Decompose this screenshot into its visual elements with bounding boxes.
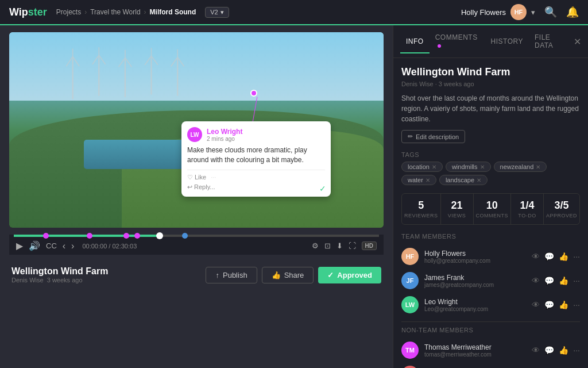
- close-button[interactable]: ✕: [574, 36, 581, 47]
- eye-icon[interactable]: 👁: [532, 252, 540, 261]
- member-holly: HF Holly Flowers holly@greatcompany.com …: [401, 244, 580, 269]
- comment-icon[interactable]: 💬: [544, 252, 554, 261]
- tab-comments[interactable]: COMMENTS: [430, 25, 485, 57]
- thumb-icon[interactable]: 👍: [559, 276, 568, 285]
- team-members-label: Team members: [401, 233, 580, 240]
- edit-description-button[interactable]: ✏ Edit description: [401, 130, 465, 143]
- approved-button[interactable]: ✓ Approved: [318, 267, 381, 283]
- svg-line-17: [171, 57, 177, 66]
- member-email-holly: holly@greatcompany.com: [424, 258, 526, 264]
- tag-windmills: windmills✕: [446, 162, 491, 172]
- tag-x-icon[interactable]: ✕: [536, 164, 540, 170]
- settings-icon[interactable]: ⚙: [312, 241, 319, 250]
- breadcrumb-sep1: ›: [84, 8, 87, 16]
- breadcrumb-projects[interactable]: Projects: [56, 8, 81, 16]
- thumb-icon[interactable]: 👍: [559, 346, 568, 355]
- thumb-icon[interactable]: 👍: [559, 252, 568, 261]
- thumb-icon[interactable]: 👍: [559, 300, 568, 309]
- notifications-icon[interactable]: 🔔: [566, 6, 579, 18]
- comment-author-avatar: LW: [187, 127, 202, 142]
- captions-button[interactable]: CC: [46, 241, 57, 250]
- screenshot-icon[interactable]: ⊡: [324, 241, 331, 250]
- prev-frame-button[interactable]: ‹: [63, 241, 65, 251]
- svg-line-10: [125, 58, 131, 67]
- progress-bar[interactable]: [14, 235, 379, 237]
- member-email-leo: Leo@greatcompany.com: [424, 306, 526, 312]
- stat-num-reviewers: 5: [404, 200, 438, 212]
- tag-x-icon[interactable]: ✕: [480, 164, 485, 170]
- stat-num-approved: 3/5: [546, 200, 577, 212]
- eye-icon[interactable]: 👁: [532, 300, 540, 309]
- member-info-holly: Holly Flowers holly@greatcompany.com: [424, 250, 526, 264]
- eye-icon[interactable]: 👁: [532, 276, 540, 285]
- more-icon[interactable]: ···: [573, 276, 580, 285]
- comment-icon[interactable]: 💬: [544, 346, 554, 355]
- tab-file-data[interactable]: FILE DATA: [529, 25, 574, 57]
- member-email-james: james@greatcompany.com: [424, 282, 526, 288]
- tab-info[interactable]: INFO: [400, 29, 430, 53]
- time-display: 00:00:00 / 02:30:03: [82, 243, 137, 250]
- tag-x-icon[interactable]: ✕: [425, 177, 430, 183]
- tab-history[interactable]: HISTORY: [485, 29, 529, 53]
- next-frame-button[interactable]: ›: [71, 241, 74, 251]
- comments-dot: [438, 44, 441, 48]
- svg-line-14: [152, 56, 158, 65]
- play-button[interactable]: ▶: [16, 240, 23, 251]
- fullscreen-icon[interactable]: ⛶: [349, 241, 356, 250]
- user-name: Holly Flowers: [461, 8, 506, 17]
- svg-line-2: [73, 56, 79, 66]
- breadcrumb-travel[interactable]: Travel the World: [90, 8, 140, 16]
- tag-x-icon[interactable]: ✕: [432, 164, 436, 170]
- stat-comments: 10 COMMENTS: [474, 194, 512, 224]
- tag-newzealand: newzealand✕: [494, 162, 547, 172]
- comment-bubble: LW Leo Wright 2 mins ago Make these clou…: [181, 121, 331, 197]
- comment-icon[interactable]: 💬: [544, 276, 554, 285]
- video-player[interactable]: LW Leo Wright 2 mins ago Make these clou…: [9, 32, 384, 228]
- eye-icon[interactable]: 👁: [532, 346, 540, 355]
- more-icon[interactable]: ···: [573, 252, 580, 261]
- avatar: HF: [510, 4, 527, 20]
- stat-views: 21 VIEWS: [441, 194, 474, 224]
- comment-time: 2 mins ago: [207, 136, 242, 142]
- right-panel: INFO COMMENTS HISTORY FILE DATA ✕ Wellin…: [393, 25, 588, 368]
- comment-marker-5[interactable]: [182, 233, 188, 239]
- chevron-down-icon[interactable]: ▾: [531, 8, 535, 17]
- like-button[interactable]: ♡ Like: [187, 174, 206, 181]
- comment-icon[interactable]: 💬: [544, 300, 554, 309]
- stat-num-comments: 10: [476, 200, 509, 212]
- bottom-bar: Wellington Wind Farm Denis Wise 3 weeks …: [9, 262, 384, 288]
- tag-x-icon[interactable]: ✕: [477, 177, 481, 183]
- non-team-members-label: Non-team members: [401, 327, 580, 334]
- member-actions-leo: 👁 💬 👍 ···: [532, 300, 580, 309]
- share-icon: 👍: [272, 271, 281, 279]
- project-description: Shot over the last couple of months arou…: [401, 93, 580, 124]
- publish-button[interactable]: ↑ Publish: [206, 267, 257, 283]
- search-icon[interactable]: 🔍: [544, 6, 557, 18]
- volume-button[interactable]: 🔊: [29, 240, 40, 251]
- share-button[interactable]: 👍 Share: [262, 267, 314, 283]
- reply-button[interactable]: ↩ Reply...: [187, 181, 325, 191]
- comment-marker-4[interactable]: [134, 233, 140, 239]
- download-icon[interactable]: ⬇: [336, 241, 343, 250]
- video-title-area: Wellington Wind Farm Denis Wise 3 weeks …: [11, 266, 108, 283]
- right-content: Wellington Wind Farm Denis Wise · 3 week…: [393, 58, 588, 368]
- member-actions-thomas: 👁 💬 👍 ···: [532, 346, 580, 355]
- svg-line-13: [145, 56, 151, 65]
- comment-marker-3[interactable]: [123, 233, 129, 239]
- bottom-actions: ↑ Publish 👍 Share ✓ Approved: [206, 267, 381, 283]
- more-icon[interactable]: ···: [573, 300, 580, 309]
- hd-badge: HD: [362, 241, 377, 250]
- member-thomas: TM Thomas Merriweather tomas@merriweathe…: [401, 338, 580, 362]
- version-selector[interactable]: V2 ▾: [205, 7, 229, 18]
- progress-thumb[interactable]: [156, 232, 163, 239]
- controls-row: ▶ 🔊 CC ‹ › 00:00:00 / 02:30:03 ⚙ ⊡ ⬇ ⛶ H…: [14, 237, 379, 255]
- svg-line-18: [177, 57, 184, 66]
- stat-num-views: 21: [443, 200, 471, 212]
- more-icon[interactable]: ···: [573, 346, 580, 355]
- breadcrumb: Projects › Travel the World › Milford So…: [56, 7, 229, 18]
- member-info-thomas: Thomas Merriweather tomas@merriweather.c…: [424, 343, 526, 358]
- comment-pin[interactable]: [250, 90, 257, 97]
- video-controls: ▶ 🔊 CC ‹ › 00:00:00 / 02:30:03 ⚙ ⊡ ⬇ ⛶ H…: [9, 235, 384, 255]
- comment-marker-2[interactable]: [87, 233, 92, 239]
- comment-marker-1[interactable]: [43, 233, 49, 239]
